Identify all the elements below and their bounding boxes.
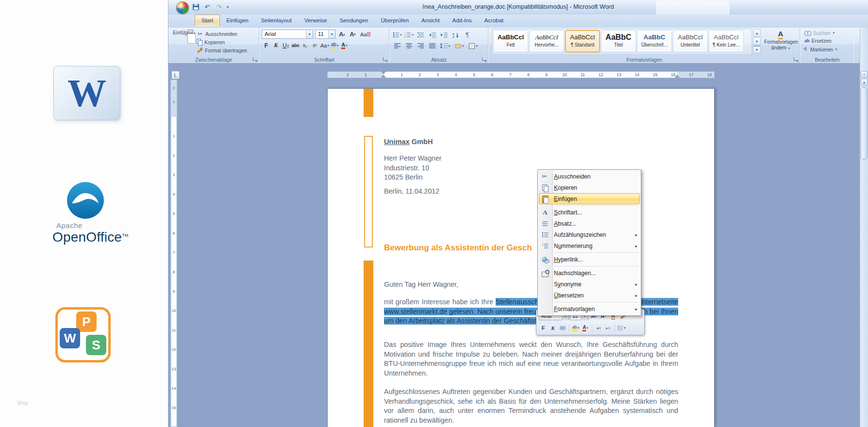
align-right-button[interactable] bbox=[415, 41, 426, 51]
styles-group-label: Formatvorlagen bbox=[489, 57, 800, 63]
copy-button[interactable]: Kopieren bbox=[197, 39, 225, 45]
font-dialog-launcher[interactable] bbox=[383, 57, 387, 62]
style-name: ¶ Standard bbox=[566, 42, 600, 48]
text-highlight-button[interactable]: ab▾ bbox=[330, 41, 339, 50]
gallery-up-button[interactable]: ▲ bbox=[753, 29, 761, 37]
style-tile[interactable]: AaBbCÜberschrif... bbox=[637, 30, 672, 52]
context-menu-item[interactable]: Hyperlink... bbox=[539, 254, 640, 265]
context-menu-item[interactable]: Absatz... bbox=[539, 218, 640, 229]
context-menu-item[interactable]: Kopieren bbox=[539, 182, 640, 193]
mini-highlight-button[interactable]: ab▾ bbox=[571, 324, 580, 332]
style-tile[interactable]: AaBbCcI¶ Standard bbox=[565, 30, 600, 52]
change-case-button[interactable]: Aa▾ bbox=[320, 41, 330, 50]
multilevel-list-button[interactable] bbox=[415, 30, 426, 40]
strikethrough-button[interactable]: abc bbox=[291, 41, 300, 50]
paste-button[interactable]: Einfügen▾ bbox=[172, 29, 196, 58]
context-menu-item[interactable]: Formatvorlagen▸ bbox=[539, 303, 640, 314]
horizontal-ruler[interactable]: 21123456789101112131415161718 bbox=[168, 71, 860, 79]
context-menu: AusschneidenKopierenEinfügenSchriftart..… bbox=[537, 169, 641, 316]
ruler-number: 11 bbox=[171, 328, 177, 332]
mini-align-center-button[interactable] bbox=[558, 324, 567, 332]
font-size-select[interactable]: 11 bbox=[315, 30, 335, 39]
context-menu-label: Kopieren bbox=[554, 184, 639, 191]
mini-bullets-button[interactable]: ▾ bbox=[617, 324, 626, 332]
select-button[interactable]: Markieren ▾ bbox=[804, 46, 837, 53]
scrollbar-thumb[interactable] bbox=[861, 87, 868, 160]
mini-decrease-indent-button[interactable]: ◂≡ bbox=[594, 324, 603, 332]
context-menu-item[interactable]: Einfügen bbox=[539, 193, 640, 204]
style-tile[interactable]: AaBbCTitel bbox=[601, 30, 636, 52]
mini-bold-button[interactable]: F bbox=[539, 324, 548, 332]
clipboard-dialog-launcher[interactable] bbox=[253, 57, 257, 62]
gallery-more-button[interactable]: ▼ bbox=[753, 46, 761, 53]
shading-button[interactable]: ▾ bbox=[452, 41, 466, 51]
tab-ansicht[interactable]: Ansicht bbox=[415, 15, 446, 26]
tab-acrobat[interactable]: Acrobat bbox=[478, 15, 510, 26]
hanging-indent-marker[interactable] bbox=[381, 75, 386, 78]
tab-add-ins[interactable]: Add-Ins bbox=[446, 15, 478, 26]
styles-dialog-launcher[interactable] bbox=[794, 57, 798, 62]
first-line-indent-marker[interactable] bbox=[381, 71, 386, 74]
wps-w-square: W bbox=[60, 328, 80, 348]
shrink-font-button[interactable]: A▾ bbox=[348, 30, 357, 39]
superscript-button[interactable]: x² bbox=[310, 41, 319, 50]
style-tile[interactable]: AaBbCcIHervorhe... bbox=[529, 30, 564, 52]
scroll-up-button[interactable]: ▲ bbox=[861, 79, 868, 85]
show-paragraph-marks-button[interactable]: ¶ bbox=[462, 30, 473, 40]
tab-verweise[interactable]: Verweise bbox=[298, 15, 334, 26]
style-tile[interactable]: AaBbCcI¶ Kein Lee... bbox=[709, 30, 744, 52]
align-left-button[interactable] bbox=[392, 41, 403, 51]
context-menu-item[interactable]: Ausschneiden bbox=[539, 171, 640, 182]
context-menu-item[interactable]: Synonyme▸ bbox=[539, 279, 640, 290]
underline-button[interactable]: U▾ bbox=[281, 41, 290, 50]
align-center-button[interactable] bbox=[403, 41, 415, 51]
change-styles-button[interactable]: A Formatvorlagen ändern ▾ bbox=[764, 28, 798, 60]
replace-button[interactable]: ab Ersetzen bbox=[804, 38, 837, 44]
tab-start[interactable]: Start bbox=[195, 15, 220, 26]
document-page[interactable]: Unimax GmbH Herr Peter Wagner Industries… bbox=[327, 88, 715, 427]
tab-sendungen[interactable]: Sendungen bbox=[334, 15, 375, 26]
subscript-button[interactable]: x₂ bbox=[300, 41, 310, 50]
font-color-label: A bbox=[341, 42, 345, 49]
style-tile[interactable]: AaBbCcIUntertitel bbox=[673, 30, 708, 52]
format-painter-label: Format übertragen bbox=[205, 48, 247, 53]
numbering-button[interactable]: 123▾ bbox=[403, 30, 415, 40]
font-color-button[interactable]: A▾ bbox=[340, 41, 349, 50]
tab-überprüfen[interactable]: Überprüfen bbox=[375, 15, 416, 26]
style-tile[interactable]: AaBbCcIFett bbox=[493, 30, 528, 52]
font-family-select[interactable]: Arial bbox=[262, 30, 313, 39]
bullets-button[interactable]: ▾ bbox=[392, 30, 403, 40]
italic-button[interactable]: K bbox=[271, 41, 281, 50]
mini-italic-button[interactable]: K bbox=[549, 324, 557, 332]
tab-seitenlayout[interactable]: Seitenlayout bbox=[255, 15, 298, 26]
mini-font-color-button[interactable]: A▾ bbox=[581, 324, 590, 332]
cut-button[interactable]: ✂ Ausschneiden bbox=[197, 31, 237, 37]
format-painter-button[interactable]: Format übertragen bbox=[197, 47, 247, 53]
borders-button[interactable]: ▾ bbox=[467, 41, 480, 51]
ruler-toggle-button[interactable]: ≡ bbox=[861, 71, 868, 78]
highlight-arrow-icon: ▾ bbox=[337, 44, 339, 48]
mini-increase-indent-button[interactable]: ▸≡ bbox=[604, 324, 613, 332]
sort-button[interactable]: AZ bbox=[450, 30, 461, 40]
clipboard-group-label: Zwischenablage bbox=[168, 57, 259, 63]
justify-button[interactable] bbox=[427, 41, 438, 51]
clear-formatting-button[interactable]: Aa bbox=[360, 30, 371, 39]
tab-einfügen[interactable]: Einfügen bbox=[220, 15, 254, 26]
vertical-ruler[interactable]: 21123456789101112131415 bbox=[170, 80, 177, 427]
line-spacing-button[interactable]: ▾ bbox=[438, 41, 452, 51]
context-menu-item[interactable]: Nachschlagen... bbox=[539, 267, 640, 279]
gallery-down-button[interactable]: ▼ bbox=[753, 37, 761, 45]
bold-button[interactable]: F bbox=[262, 41, 271, 50]
context-menu-item[interactable]: Schriftart... bbox=[539, 207, 640, 218]
decrease-indent-button[interactable] bbox=[427, 30, 438, 40]
find-button[interactable]: Suchen ▾ bbox=[804, 30, 837, 36]
increase-indent-button[interactable] bbox=[438, 30, 450, 40]
styles-gallery: AaBbCcIFettAaBbCcIHervorhe...AaBbCcI¶ St… bbox=[492, 29, 752, 55]
context-menu-item[interactable]: Übersetzen▸ bbox=[539, 290, 640, 301]
vertical-scrollbar[interactable]: ≡ ▲ bbox=[860, 28, 868, 427]
paragraph-dialog-launcher[interactable] bbox=[482, 57, 486, 62]
grow-font-button[interactable]: A▴ bbox=[337, 30, 347, 39]
context-menu-item[interactable]: Aufzählungszeichen▸ bbox=[539, 229, 640, 240]
context-menu-item[interactable]: Nummerierung▸ bbox=[539, 240, 640, 251]
change-styles-label: Formatvorlagen ändern bbox=[764, 39, 798, 50]
